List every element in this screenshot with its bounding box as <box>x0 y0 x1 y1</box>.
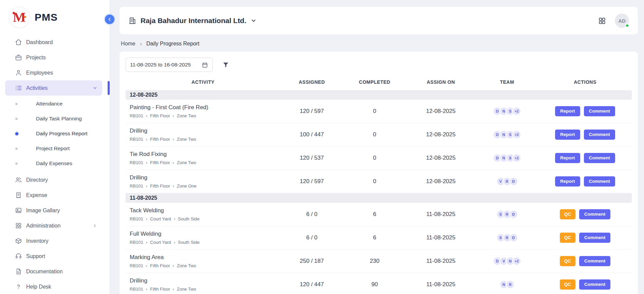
comment-button[interactable]: Comment <box>579 279 610 290</box>
sidebar-item-administration[interactable]: Administration <box>5 218 102 233</box>
path-segment: RB101 <box>130 183 143 189</box>
report-button[interactable]: Report <box>555 153 580 163</box>
sidebar-item-directory[interactable]: Directory <box>5 172 102 188</box>
chevron-right-icon: › <box>174 217 175 221</box>
qc-button[interactable]: QC <box>560 256 575 267</box>
qc-button[interactable]: QC <box>560 209 575 220</box>
sidebar-subitem-attendance[interactable]: Attendance <box>15 96 102 111</box>
sidebar-subitem-label: Project Report <box>36 145 70 152</box>
chevron-right-icon <box>92 223 97 228</box>
path-segment: South Side <box>178 240 200 245</box>
sidebar-item-employees[interactable]: Employees <box>5 65 102 80</box>
report-button[interactable]: Report <box>555 106 580 117</box>
column-header-assigned: ASSIGNED <box>280 79 343 85</box>
activity-name: Marking Area <box>130 254 280 261</box>
date-range-input[interactable] <box>130 62 202 68</box>
completed-value: 6 <box>343 211 406 218</box>
activity-location-path: RB101› Fifth Floor› Zone Two <box>130 160 280 165</box>
receipt-icon <box>15 192 22 199</box>
sidebar-item-inventory[interactable]: Inventory <box>5 233 102 249</box>
sidebar-subitem-label: Daily Expenses <box>36 160 72 166</box>
logo-dot-icon <box>13 12 15 14</box>
activity-location-path: RB101› Fifth Floor› Zone Two <box>130 263 280 268</box>
active-indicator <box>108 81 110 95</box>
comment-button[interactable]: Comment <box>584 176 615 187</box>
row-actions: QC Comment <box>538 209 632 220</box>
sidebar-item-support[interactable]: Support <box>5 249 102 264</box>
breadcrumb-home-link[interactable]: Home <box>121 41 135 47</box>
sidebar-item-image-gallery[interactable]: Image Gallary <box>5 203 102 218</box>
assign-on-value: 12-08-2025 <box>406 155 476 161</box>
sidebar-subitem-label: Daily Task Planning <box>36 116 82 122</box>
question-mark-icon <box>15 283 22 290</box>
team-member-avatar: R <box>506 280 515 289</box>
activity-name: Full Welding <box>130 231 280 237</box>
sidebar-item-dashboard[interactable]: Dashboard <box>5 35 102 50</box>
sidebar-subitem-daily-task-planning[interactable]: Daily Task Planning <box>15 111 102 126</box>
comment-button[interactable]: Comment <box>584 153 615 163</box>
activity-location-path: RB101› Fifth Floor› Zone Two <box>130 137 280 142</box>
assign-on-value: 12-08-2025 <box>406 108 476 115</box>
team-extra-count: +2 <box>512 257 521 266</box>
sidebar-item-label: Administration <box>26 223 60 229</box>
assign-on-value: 11-08-2025 <box>406 211 476 218</box>
path-segment: Fifth Floor <box>150 287 170 292</box>
comment-button[interactable]: Comment <box>579 256 610 267</box>
sidebar-collapse-button[interactable] <box>104 14 115 25</box>
bullet-icon <box>15 148 18 150</box>
column-header-completed: COMPLETED <box>343 79 406 85</box>
activity-location-path: RB101› Fifth Floor› Zone One <box>130 183 280 189</box>
date-range-field[interactable] <box>126 58 213 72</box>
row-actions: Report Comment <box>538 153 632 163</box>
sidebar-item-label: Directory <box>26 177 48 183</box>
sidebar-item-projects[interactable]: Projects <box>5 50 102 65</box>
sidebar-item-activities[interactable]: Activities <box>5 80 102 96</box>
report-button[interactable]: Report <box>555 130 580 140</box>
chevron-right-icon: › <box>173 160 174 165</box>
path-segment: Zone Two <box>177 113 196 118</box>
chevron-right-icon: › <box>140 40 142 47</box>
path-segment: Fifth Floor <box>150 160 170 165</box>
comment-button[interactable]: Comment <box>584 130 615 140</box>
home-icon <box>15 39 22 46</box>
sidebar-item-expense[interactable]: Expense <box>5 188 102 203</box>
calendar-icon <box>202 62 208 68</box>
sidebar-subitem-daily-progress-report[interactable]: Daily Progress Report <box>15 126 102 141</box>
activity-location-path: RB101› Court Yard› South Side <box>130 240 280 245</box>
qc-button[interactable]: QC <box>560 233 575 243</box>
completed-value: 230 <box>343 258 406 264</box>
sidebar-item-documentation[interactable]: Documentation <box>5 264 102 279</box>
avatar-initials: AD <box>618 18 626 24</box>
apps-grid-button[interactable] <box>598 17 606 25</box>
table-row: Tack Welding RB101› Court Yard› South Si… <box>126 203 632 226</box>
logo-dot-icon <box>24 16 26 18</box>
path-segment: RB101 <box>130 263 143 268</box>
column-header-activity: ACTIVITY <box>126 79 280 85</box>
company-selector[interactable]: Raja Bahadur International Ltd. <box>128 17 257 25</box>
table-row: Drilling RB101› Fifth Floor› Zone Two 12… <box>126 273 632 294</box>
app-logo: M <box>9 7 30 28</box>
online-status-dot <box>625 24 629 27</box>
qc-button[interactable]: QC <box>560 279 575 290</box>
list-icon <box>15 84 22 92</box>
comment-button[interactable]: Comment <box>579 233 610 243</box>
team-member-avatar: D <box>509 177 518 186</box>
assign-on-value: 12-08-2025 <box>406 178 476 185</box>
path-segment: RB101 <box>130 287 143 292</box>
comment-button[interactable]: Comment <box>584 106 615 117</box>
sidebar-item-help-desk[interactable]: Help Desk <box>5 279 102 294</box>
sidebar-subitem-project-report[interactable]: Project Report <box>15 141 102 156</box>
sidebar-subitem-label: Attendance <box>36 101 62 107</box>
topbar: Raja Bahadur International Ltd. AD <box>119 7 638 35</box>
path-segment: Fifth Floor <box>150 113 170 118</box>
report-button[interactable]: Report <box>555 176 580 187</box>
sidebar-subitem-daily-expenses[interactable]: Daily Expenses <box>15 156 102 171</box>
assigned-value: 120 / 537 <box>280 155 343 161</box>
building-icon <box>128 17 136 25</box>
column-header-team: TEAM <box>476 79 538 85</box>
topbar-right: AD <box>598 14 629 28</box>
comment-button[interactable]: Comment <box>579 209 610 220</box>
user-avatar[interactable]: AD <box>615 14 629 28</box>
sidebar-item-label: Help Desk <box>26 284 51 290</box>
filter-icon[interactable] <box>222 61 229 68</box>
